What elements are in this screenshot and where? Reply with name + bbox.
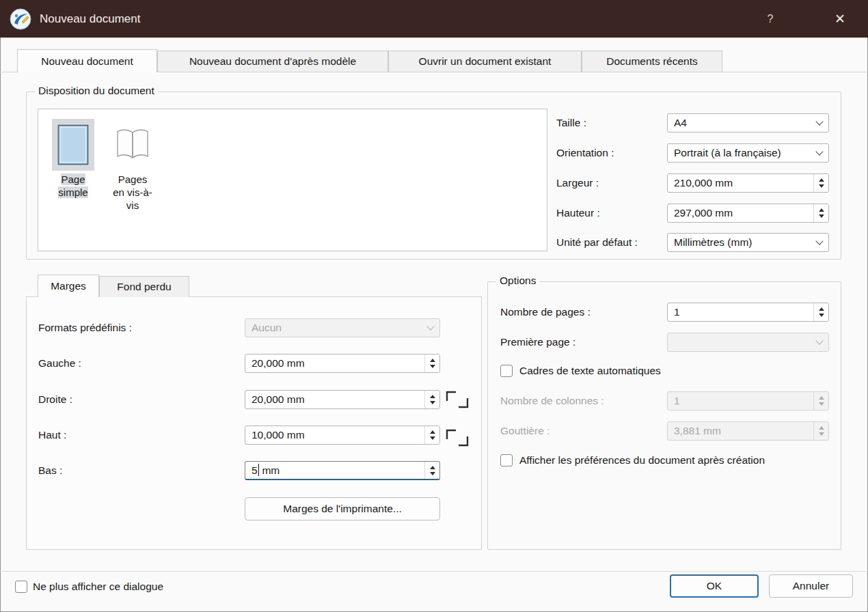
droite-spin-buttons[interactable] — [424, 391, 439, 408]
nombre-pages-spinbox[interactable]: 1 — [667, 303, 829, 322]
gouttiere-label: Gouttière : — [500, 425, 550, 437]
nombre-pages-value: 1 — [668, 306, 813, 318]
largeur-label: Largeur : — [556, 177, 599, 189]
chevron-down-icon[interactable] — [811, 114, 828, 132]
nombre-pages-spin-buttons[interactable] — [813, 303, 828, 321]
chevron-down-icon[interactable] — [811, 234, 828, 251]
spin-down-icon[interactable] — [819, 184, 824, 188]
spin-up-icon — [819, 396, 824, 400]
spin-down-icon — [819, 432, 824, 436]
cancel-button[interactable]: Annuler — [769, 574, 853, 598]
marges-pane: Formats prédéfinis : Aucun Gauche : 20,0… — [26, 296, 482, 550]
bas-label: Bas : — [38, 464, 62, 477]
spin-up-icon[interactable] — [430, 430, 435, 434]
orientation-combo[interactable]: Portrait (à la française) — [667, 143, 829, 163]
haut-spin-buttons[interactable] — [424, 426, 439, 444]
facing-pages-icon — [111, 119, 154, 171]
chevron-down-icon — [811, 333, 828, 351]
layout-listbox[interactable]: Page simple Pages en vis-à-vis — [38, 109, 547, 251]
nombre-pages-label: Nombre de pages : — [500, 306, 591, 318]
colonnes-spinbox[interactable]: 1 — [667, 391, 829, 411]
spin-up-icon[interactable] — [819, 208, 824, 212]
gouttiere-spinbox[interactable]: 3,881 mm — [667, 421, 829, 441]
cadres-texte-label: Cadres de texte automatiques — [519, 365, 661, 377]
ok-button[interactable]: OK — [670, 574, 759, 598]
disposition-group-title: Disposition du document — [35, 85, 158, 97]
colonnes-spin-buttons — [813, 392, 828, 410]
spin-up-icon[interactable] — [430, 395, 435, 398]
hauteur-label: Hauteur : — [556, 207, 600, 219]
spin-down-icon — [819, 402, 824, 406]
droite-value: 20,000 mm — [245, 393, 424, 406]
hauteur-spinbox[interactable]: 297,000 mm — [667, 204, 829, 223]
gauche-value: 20,000 mm — [245, 357, 424, 370]
spin-down-icon[interactable] — [819, 314, 824, 317]
spin-up-icon — [819, 426, 824, 430]
cadres-texte-checkbox[interactable] — [500, 365, 513, 377]
tab-nouveau-document-modele[interactable]: Nouveau document d'après modèle — [157, 51, 388, 72]
gauche-label: Gauche : — [38, 357, 81, 370]
prefs-label: Afficher les préférences du document apr… — [519, 454, 765, 467]
spin-down-icon[interactable] — [819, 214, 824, 218]
spin-up-icon[interactable] — [430, 466, 435, 469]
spin-down-icon[interactable] — [430, 365, 435, 368]
dont-show-label: Ne plus afficher ce dialogue — [33, 581, 163, 593]
spin-down-icon[interactable] — [430, 436, 435, 440]
close-icon[interactable]: ✕ — [824, 0, 856, 38]
disposition-group: Disposition du document Page simple — [26, 92, 841, 260]
list-item-pages-vis-a-vis[interactable]: Pages en vis-à-vis — [112, 119, 153, 212]
droite-label: Droite : — [38, 393, 72, 406]
bas-spinbox[interactable]: 5 mm — [245, 461, 440, 480]
haut-spinbox[interactable]: 10,000 mm — [245, 426, 440, 445]
unite-combo[interactable]: Millimètres (mm) — [667, 233, 829, 252]
list-item-label: Page simple — [51, 173, 96, 199]
printer-margins-button[interactable]: Marges de l'imprimante... — [245, 497, 440, 520]
premiere-page-combo[interactable] — [667, 333, 829, 352]
single-page-icon — [52, 119, 94, 171]
formats-value: Aucun — [245, 322, 422, 334]
unite-value: Millimètres (mm) — [668, 236, 811, 249]
chevron-down-icon — [422, 319, 439, 337]
dont-show-checkbox[interactable] — [15, 581, 27, 593]
help-button[interactable]: ? — [755, 0, 786, 38]
orientation-value: Portrait (à la française) — [668, 147, 811, 159]
list-item-page-simple[interactable]: Page simple — [51, 119, 96, 199]
taille-combo[interactable]: A4 — [667, 113, 829, 133]
formats-combo[interactable]: Aucun — [245, 318, 440, 337]
premiere-page-label: Première page : — [500, 336, 575, 348]
largeur-value: 210,000 mm — [668, 177, 813, 189]
haut-value: 10,000 mm — [245, 429, 424, 441]
chevron-down-icon[interactable] — [811, 144, 828, 162]
spin-up-icon[interactable] — [430, 359, 435, 362]
gauche-spin-buttons[interactable] — [424, 354, 439, 372]
taille-label: Taille : — [556, 117, 586, 129]
hauteur-value: 297,000 mm — [668, 207, 813, 219]
largeur-spin-buttons[interactable] — [813, 174, 828, 192]
link-margins-icon[interactable] — [445, 390, 470, 447]
tab-nouveau-document[interactable]: Nouveau document — [17, 49, 157, 72]
bas-spin-buttons[interactable] — [424, 462, 439, 479]
largeur-spinbox[interactable]: 210,000 mm — [667, 173, 829, 193]
new-document-dialog: Nouveau document ? ✕ Nouveau document No… — [0, 0, 868, 612]
list-item-label: Pages en vis-à-vis — [112, 173, 153, 212]
spin-up-icon[interactable] — [819, 307, 824, 311]
taille-value: A4 — [668, 117, 811, 129]
formats-label: Formats prédéfinis : — [38, 322, 132, 334]
spin-down-icon[interactable] — [430, 472, 435, 475]
prefs-checkbox[interactable] — [500, 454, 513, 467]
tab-documents-recents[interactable]: Documents récents — [582, 51, 722, 72]
tab-marges[interactable]: Marges — [38, 275, 99, 297]
spin-down-icon[interactable] — [430, 401, 435, 404]
footer-separator — [0, 571, 868, 572]
gauche-spinbox[interactable]: 20,000 mm — [245, 354, 440, 373]
options-group-title: Options — [496, 275, 539, 287]
orientation-label: Orientation : — [556, 147, 614, 159]
tab-fond-perdu[interactable]: Fond perdu — [99, 276, 189, 297]
hauteur-spin-buttons[interactable] — [813, 204, 828, 222]
droite-spinbox[interactable]: 20,000 mm — [245, 390, 440, 409]
gouttiere-spin-buttons — [813, 422, 828, 440]
spin-up-icon[interactable] — [819, 178, 824, 182]
tab-ouvrir-document[interactable]: Ouvrir un document existant — [388, 51, 582, 72]
options-group: Options Nombre de pages : 1 Première pag… — [487, 281, 841, 550]
colonnes-value: 1 — [668, 395, 813, 407]
